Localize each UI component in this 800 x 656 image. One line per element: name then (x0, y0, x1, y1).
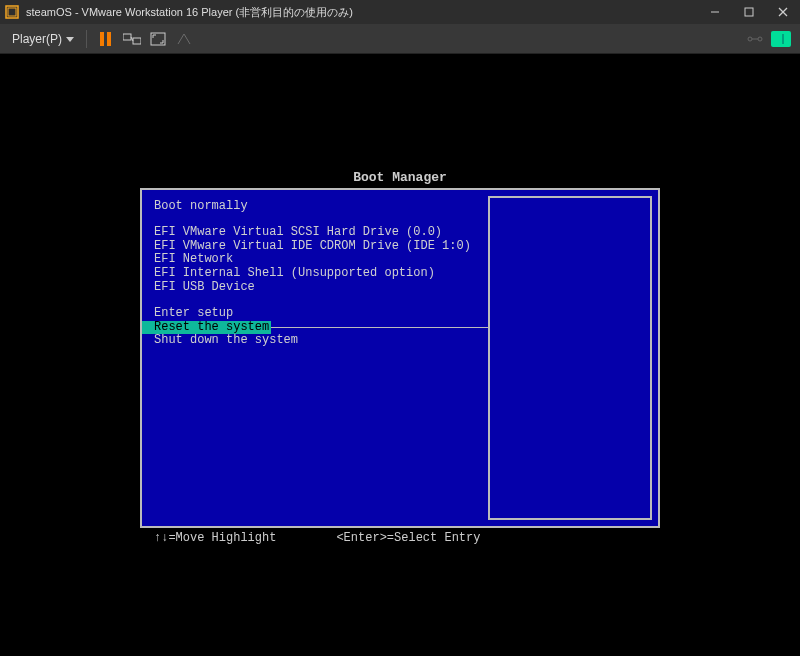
hint-select: <Enter>=Select Entry (336, 531, 480, 545)
minimize-button[interactable] (698, 0, 732, 24)
boot-info-pane (488, 196, 652, 520)
svg-rect-15 (774, 34, 788, 44)
svg-marker-6 (66, 37, 74, 42)
svg-point-13 (758, 37, 762, 41)
toolbar: Player(P) (0, 24, 800, 54)
boot-menu-item[interactable]: Boot normally (154, 200, 488, 214)
window-title: steamOS - VMware Workstation 16 Player (… (26, 5, 353, 20)
svg-rect-9 (123, 34, 131, 40)
maximize-button[interactable] (732, 0, 766, 24)
boot-menu-item[interactable]: EFI Network (154, 253, 488, 267)
fullscreen-button[interactable] (145, 27, 171, 51)
connect-icon[interactable] (742, 27, 768, 51)
player-menu-label: Player(P) (12, 32, 62, 46)
svg-rect-7 (100, 32, 104, 46)
boot-menu-item[interactable]: EFI Internal Shell (Unsupported option) (154, 267, 488, 281)
svg-rect-3 (745, 8, 753, 16)
vm-display[interactable]: Boot Manager Boot normallyEFI VMware Vir… (0, 54, 800, 656)
boot-footer: ↑↓=Move Highlight <Enter>=Select Entry (140, 531, 660, 545)
boot-manager: Boot Manager Boot normallyEFI VMware Vir… (140, 170, 660, 545)
sidebar-toggle-button[interactable] (768, 27, 794, 51)
app-icon (4, 4, 20, 20)
boot-menu-item[interactable]: EFI USB Device (154, 281, 488, 295)
boot-menu-list[interactable]: Boot normallyEFI VMware Virtual SCSI Har… (142, 190, 488, 526)
boot-menu-item[interactable]: EFI VMware Virtual IDE CDROM Drive (IDE … (154, 240, 488, 254)
window-titlebar: steamOS - VMware Workstation 16 Player (… (0, 0, 800, 24)
player-menu[interactable]: Player(P) (6, 30, 80, 48)
boot-menu-item[interactable]: Shut down the system (154, 334, 488, 348)
svg-rect-10 (133, 38, 141, 44)
boot-title: Boot Manager (140, 170, 660, 185)
chevron-down-icon (66, 32, 74, 46)
boot-menu-item[interactable]: Enter setup (154, 307, 488, 321)
svg-rect-1 (8, 8, 16, 16)
hint-move: ↑↓=Move Highlight (154, 531, 276, 545)
svg-point-12 (748, 37, 752, 41)
toolbar-separator (86, 30, 87, 48)
send-ctrl-alt-del-button[interactable] (119, 27, 145, 51)
unity-button[interactable] (171, 27, 197, 51)
close-button[interactable] (766, 0, 800, 24)
panel-icon (771, 31, 791, 47)
svg-rect-8 (107, 32, 111, 46)
boot-menu-item-selected[interactable]: Reset the system (142, 321, 488, 335)
boot-panel: Boot normallyEFI VMware Virtual SCSI Har… (140, 188, 660, 528)
boot-menu-item[interactable]: EFI VMware Virtual SCSI Hard Drive (0.0) (154, 226, 488, 240)
pause-button[interactable] (93, 27, 119, 51)
